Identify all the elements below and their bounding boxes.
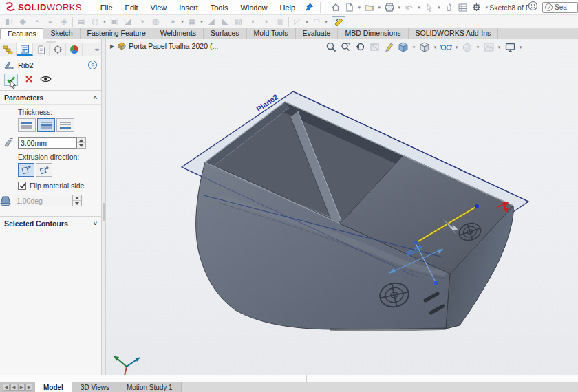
- ribbon-icon-swept-cut[interactable]: ◪: [121, 16, 135, 28]
- ribbon-icon-extruded-cut[interactable]: ▤: [74, 16, 88, 28]
- selected-contours-group-header[interactable]: Selected Contours ˅: [0, 216, 101, 230]
- tab-surfaces[interactable]: Surfaces: [204, 28, 246, 39]
- display-pane-icon[interactable]: [456, 1, 469, 14]
- thickness-value-input[interactable]: 3.00mm: [18, 137, 77, 149]
- menu-view[interactable]: View: [145, 1, 173, 14]
- flip-material-checkbox[interactable]: [18, 182, 26, 190]
- dimxpert-manager-icon[interactable]: [50, 43, 66, 56]
- extrusion-parallel-button[interactable]: [18, 163, 34, 177]
- ok-button[interactable]: [4, 74, 18, 86]
- menu-file[interactable]: File: [95, 1, 118, 14]
- menu-insert[interactable]: Insert: [173, 1, 204, 14]
- parameters-group-header[interactable]: Parameters ˄: [0, 91, 101, 105]
- flyout-part-name[interactable]: Porta Papel Toalha 2020 (...: [129, 42, 218, 50]
- zoom-to-area-icon[interactable]: [339, 41, 352, 53]
- undo-caret-icon[interactable]: ▾: [416, 5, 422, 10]
- menu-edit[interactable]: Edit: [120, 1, 144, 14]
- select-caret-icon[interactable]: ▾: [436, 5, 442, 10]
- view-settings-icon[interactable]: [504, 41, 516, 53]
- ribbon-icon-revolved-cut[interactable]: ▣: [107, 16, 121, 28]
- manager-tab-scroll[interactable]: ◂▸: [83, 43, 101, 56]
- tab-mbd-dimensions[interactable]: MBD Dimensions: [338, 28, 408, 39]
- prev-tab-icon[interactable]: ◀: [10, 384, 17, 391]
- ribbon-icon-draft[interactable]: ◣: [218, 16, 232, 28]
- tab-solidworks-add-ins[interactable]: SOLIDWORKS Add-Ins: [409, 28, 499, 39]
- menu-help[interactable]: Help: [275, 1, 301, 14]
- model-body[interactable]: [196, 102, 514, 330]
- ribbon-icon-boundary-boss[interactable]: ◈: [57, 16, 71, 28]
- tab-weldments[interactable]: Weldments: [153, 28, 204, 39]
- cancel-button[interactable]: [25, 75, 33, 85]
- sketch-endpoint[interactable]: [475, 204, 479, 208]
- ribbon-icon-curves[interactable]: ◠: [310, 16, 323, 28]
- previous-view-icon[interactable]: [354, 41, 366, 53]
- menu-tools[interactable]: Tools: [205, 1, 234, 14]
- attach-icon[interactable]: [442, 1, 456, 14]
- undo-icon[interactable]: [403, 1, 416, 14]
- appearance-caret-icon[interactable]: ▾: [475, 45, 480, 50]
- ribbon-icon-instant3d[interactable]: [332, 16, 345, 28]
- property-manager-icon[interactable]: [17, 43, 33, 56]
- display-style-caret-icon[interactable]: ▾: [433, 45, 438, 50]
- display-style-icon[interactable]: [418, 41, 431, 53]
- first-tab-icon[interactable]: ◀: [3, 384, 10, 391]
- zoom-to-fit-icon[interactable]: [325, 41, 337, 53]
- ribbon-caret-icon[interactable]: ▾: [323, 19, 329, 25]
- ribbon-icon-rib[interactable]: ◢: [204, 16, 218, 28]
- feature-manager-tree-icon[interactable]: [0, 43, 17, 56]
- hide-show-caret-icon[interactable]: ▾: [454, 45, 459, 50]
- menu-window[interactable]: Window: [235, 1, 272, 14]
- ribbon-icon-boundary-cut[interactable]: ◍: [149, 16, 162, 28]
- draft-spinner[interactable]: [73, 195, 82, 206]
- tab-motion-study-1[interactable]: Motion Study 1: [118, 382, 182, 392]
- ribbon-icon-hole-wizard[interactable]: ◎: [88, 16, 102, 28]
- options-gear-icon[interactable]: [470, 1, 483, 14]
- draft-angle-input[interactable]: 1.00deg: [14, 195, 73, 206]
- ribbon-caret-icon[interactable]: ▾: [102, 19, 107, 25]
- options-caret-icon[interactable]: ▾: [484, 5, 489, 10]
- ribbon-icon-swept-boss[interactable]: ◔: [30, 16, 43, 28]
- thickness-first-side-button[interactable]: [18, 118, 36, 132]
- help-icon[interactable]: ?: [88, 61, 97, 69]
- tab-features[interactable]: Features: [0, 28, 43, 39]
- scroll-left-icon[interactable]: ◂: [94, 47, 97, 52]
- thickness-second-side-button[interactable]: [56, 118, 74, 132]
- select-icon[interactable]: [422, 1, 436, 14]
- dynamic-annotation-icon[interactable]: [383, 41, 395, 53]
- tab-mold-tools[interactable]: Mold Tools: [247, 28, 296, 39]
- smiley-icon[interactable]: [528, 1, 538, 14]
- preview-button[interactable]: [40, 75, 52, 85]
- feature-tree-flyout[interactable]: ▶ Porta Papel Toalha 2020 (...: [110, 42, 218, 50]
- ribbon-caret-icon[interactable]: ▾: [304, 19, 310, 25]
- flyout-expand-icon[interactable]: ▶: [110, 43, 114, 50]
- thickness-both-sides-button[interactable]: [37, 118, 55, 132]
- ribbon-icon-fillet[interactable]: ◕: [166, 16, 180, 28]
- pin-icon[interactable]: [305, 1, 313, 14]
- ribbon-icon-lofted-boss[interactable]: ◒: [43, 16, 57, 28]
- splitter-handle[interactable]: [103, 203, 105, 221]
- next-tab-icon[interactable]: ▶: [18, 384, 25, 391]
- extrusion-normal-button[interactable]: [36, 163, 52, 177]
- edit-appearance-icon[interactable]: [461, 41, 473, 53]
- ribbon-icon-reference-geometry[interactable]: ◸: [290, 16, 304, 28]
- scroll-right-icon[interactable]: ▸: [97, 47, 100, 52]
- tab-model[interactable]: Model: [35, 382, 72, 392]
- view-settings-caret-icon[interactable]: ▾: [518, 45, 523, 50]
- tab-evaluate[interactable]: Evaluate: [296, 28, 339, 39]
- last-tab-icon[interactable]: ▶: [25, 384, 32, 391]
- tab-3d-views[interactable]: 3D Views: [72, 382, 118, 392]
- home-icon[interactable]: [329, 1, 342, 14]
- ribbon-icon-extruded-boss[interactable]: ◧: [2, 16, 16, 28]
- ribbon-icon-wrap[interactable]: ◖: [246, 16, 259, 28]
- thickness-spinner[interactable]: [77, 137, 86, 149]
- ribbon-icon-shell[interactable]: ▧: [232, 16, 246, 28]
- scene-caret-icon[interactable]: ▾: [497, 45, 502, 50]
- open-caret-icon[interactable]: ▾: [376, 5, 382, 10]
- hide-show-items-icon[interactable]: [440, 41, 452, 53]
- ribbon-caret-icon[interactable]: ▾: [199, 19, 204, 25]
- new-caret-icon[interactable]: ▾: [356, 5, 362, 10]
- ribbon-icon-intersect[interactable]: ◗: [259, 16, 273, 28]
- open-icon[interactable]: [363, 1, 376, 14]
- ribbon-icon-mirror[interactable]: ▥: [273, 16, 287, 28]
- section-view-icon[interactable]: [368, 41, 381, 53]
